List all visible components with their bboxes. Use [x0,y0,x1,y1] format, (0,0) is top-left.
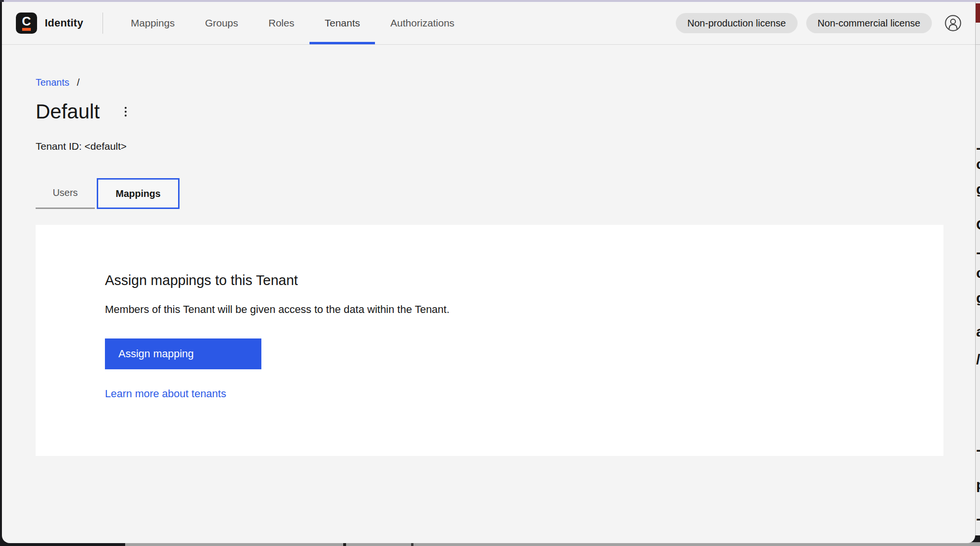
user-menu-button[interactable] [943,13,963,33]
clipped-text-fragment: - [976,442,980,457]
camunda-logo[interactable]: C [16,13,37,34]
nav-item-authorizations[interactable]: Authorizations [390,2,454,44]
camunda-logo-letter: C [16,14,37,29]
tab-users[interactable]: Users [36,178,95,209]
assign-mappings-card: Assign mappings to this Tenant Members o… [36,225,943,456]
clipped-text-fragment: C [976,218,980,232]
clipped-text-fragment: - [976,511,980,526]
app-header: C Identity Mappings Groups Roles Tenants… [2,2,975,45]
identity-app-window: C Identity Mappings Groups Roles Tenants… [2,2,975,543]
clipped-text-fragment: g [976,291,980,305]
clipped-text-fragment: a [976,325,980,339]
tenant-detail-page: Tenants / Default Tenant ID: <default> U… [2,77,975,456]
tenant-id-label: Tenant ID: <default> [36,141,975,152]
nav-item-roles[interactable]: Roles [269,2,295,44]
clipped-text-fragment: c [976,266,980,280]
breadcrumb: Tenants / [36,77,975,88]
background-window-hairline [976,44,980,45]
kebab-dot [125,107,127,109]
background-window-right-sliver: - c g C - c g a / - p - [975,2,980,535]
nav-item-groups[interactable]: Groups [205,2,238,44]
card-heading: Assign mappings to this Tenant [105,271,943,289]
main-nav: Mappings Groups Roles Tenants Authorizat… [131,2,454,44]
kebab-dot [125,111,127,113]
non-production-license-badge: Non-production license [676,13,798,33]
tenant-overflow-menu-button[interactable] [116,102,135,121]
tenant-tabs: Users Mappings [36,178,975,209]
clipped-text-fragment: g [976,182,980,196]
breadcrumb-tenants-link[interactable]: Tenants [36,77,69,88]
clipped-text-fragment: p [976,478,980,492]
clipped-text-fragment: - [976,245,980,260]
active-nav-underline [309,42,375,44]
breadcrumb-separator: / [77,77,80,88]
product-name: Identity [45,17,83,29]
nav-item-label: Tenants [324,17,360,29]
card-description: Members of this Tenant will be given acc… [105,301,456,318]
background-window-red-bar [976,3,980,23]
assign-mapping-button[interactable]: Assign mapping [105,338,261,369]
tab-mappings[interactable]: Mappings [97,178,180,209]
clipped-text-fragment: c [976,157,980,171]
title-row: Default [36,100,975,123]
clipped-text-fragment: / [976,352,980,367]
camunda-logo-orange-bar [22,28,31,31]
page-title: Default [36,100,100,123]
non-commercial-license-badge: Non-commercial license [806,13,932,33]
nav-item-mappings[interactable]: Mappings [131,2,175,44]
user-avatar-icon [944,14,962,32]
clipped-text-fragment: - [976,141,980,155]
nav-item-tenants[interactable]: Tenants [324,2,360,44]
learn-more-tenants-link[interactable]: Learn more about tenants [105,388,226,400]
kebab-dot [125,115,127,117]
header-divider [103,13,103,34]
